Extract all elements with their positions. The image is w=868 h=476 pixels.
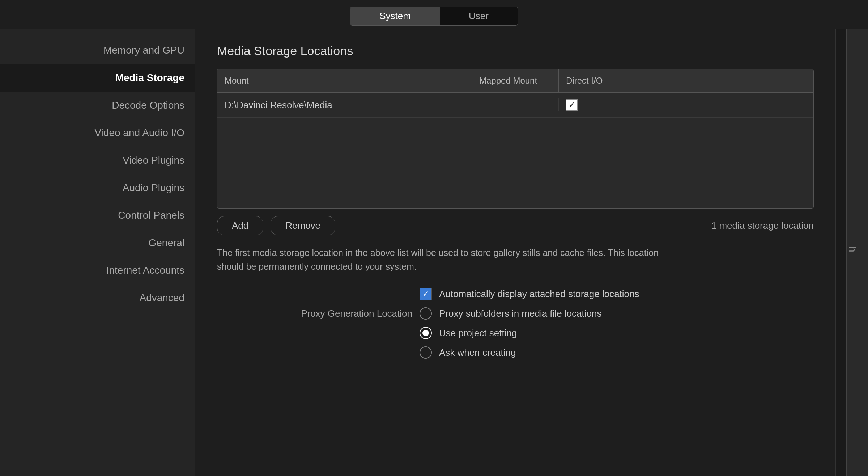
sidebar-item-control-panels[interactable]: Control Panels [0, 202, 195, 229]
settings-section: ✓ Automatically display attached storage… [239, 288, 814, 359]
table-header: Mount Mapped Mount Direct I/O [217, 69, 813, 93]
info-text: The first media storage location in the … [217, 246, 687, 273]
table-row: D:\Davinci Resolve\Media ✓ [217, 93, 813, 118]
proxy-subfolders-label: Proxy subfolders in media file locations [439, 308, 601, 319]
sidebar-item-decode-options[interactable]: Decode Options [0, 92, 195, 119]
direct-io-checkbox[interactable]: ✓ [566, 99, 578, 111]
table-body: D:\Davinci Resolve\Media ✓ [217, 93, 813, 208]
storage-table: Mount Mapped Mount Direct I/O D:\Davinci… [217, 69, 814, 209]
cell-mapped-mount [472, 98, 559, 111]
section-title: Media Storage Locations [217, 44, 814, 58]
auto-display-checkbox[interactable]: ✓ [420, 288, 432, 300]
cell-direct-io[interactable]: ✓ [559, 93, 813, 117]
cell-mount-path: D:\Davinci Resolve\Media [217, 93, 472, 117]
auto-display-row: ✓ Automatically display attached storage… [239, 288, 814, 300]
remove-button[interactable]: Remove [271, 216, 335, 235]
system-user-toggle: System User [350, 7, 518, 26]
sidebar-item-video-audio-io[interactable]: Video and Audio I/O [0, 119, 195, 147]
sidebar-item-advanced[interactable]: Advanced [0, 284, 195, 312]
use-project-setting-radio[interactable] [420, 327, 432, 339]
sidebar: Memory and GPU Media Storage Decode Opti… [0, 29, 195, 476]
storage-count: 1 media storage location [711, 220, 814, 231]
right-edge: h [846, 29, 868, 476]
sidebar-item-video-plugins[interactable]: Video Plugins [0, 147, 195, 174]
proxy-subfolders-radio[interactable] [420, 307, 432, 320]
ask-when-creating-row: Ask when creating [239, 346, 814, 359]
ask-when-creating-radio[interactable] [420, 346, 432, 359]
content-area: Media Storage Locations Mount Mapped Mou… [195, 29, 835, 476]
system-tab[interactable]: System [350, 7, 440, 25]
sidebar-item-audio-plugins[interactable]: Audio Plugins [0, 174, 195, 202]
buttons-row: Add Remove 1 media storage location [217, 216, 814, 235]
sidebar-item-internet-accounts[interactable]: Internet Accounts [0, 257, 195, 284]
top-bar: System User [0, 0, 868, 29]
col-direct-io: Direct I/O [559, 69, 813, 92]
sidebar-item-media-storage[interactable]: Media Storage [0, 64, 195, 92]
user-tab[interactable]: User [440, 7, 518, 25]
right-edge-letter: h [847, 247, 858, 252]
sidebar-item-general[interactable]: General [0, 229, 195, 257]
col-mapped-mount: Mapped Mount [472, 69, 559, 92]
proxy-generation-label: Proxy Generation Location [239, 308, 412, 319]
radio-inner-dot [422, 330, 429, 336]
add-button[interactable]: Add [217, 216, 263, 235]
ask-when-creating-label: Ask when creating [439, 347, 516, 358]
use-project-setting-label: Use project setting [439, 328, 517, 339]
use-project-setting-row: Use project setting [239, 327, 814, 339]
scrollbar[interactable] [835, 29, 846, 476]
auto-display-text: Automatically display attached storage l… [439, 288, 639, 300]
sidebar-item-memory-gpu[interactable]: Memory and GPU [0, 37, 195, 64]
proxy-location-row: Proxy Generation Location Proxy subfolde… [239, 307, 814, 320]
col-mount: Mount [217, 69, 472, 92]
